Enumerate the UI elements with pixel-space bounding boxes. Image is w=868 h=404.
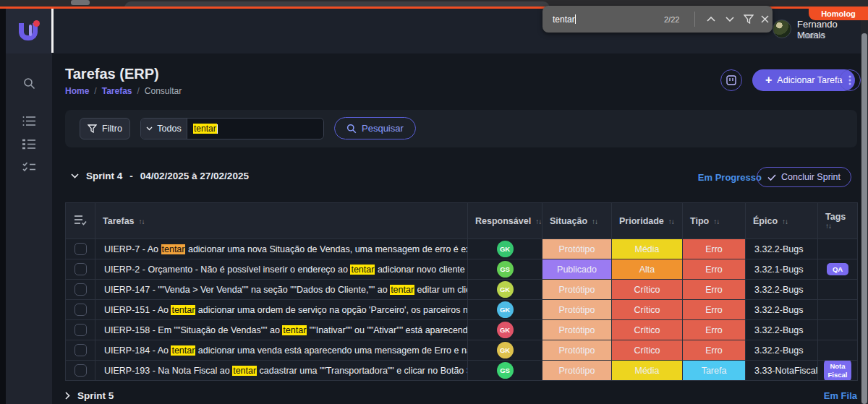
assignee-avatar: GS: [497, 261, 514, 278]
sort-icon: ↑↓: [782, 218, 788, 225]
sort-icon: ↑↓: [668, 218, 674, 225]
board-view-button[interactable]: [720, 69, 742, 91]
table-header-row: Tarefas↑↓ Responsável↑↓ Situação↑↓ Prior…: [66, 203, 858, 239]
table-row[interactable]: UIERP-7 - Ao tentar adicionar uma nova S…: [66, 239, 858, 259]
task-title[interactable]: UIERP-193 - Na Nota Fiscal ao tentar cad…: [95, 361, 468, 381]
next-sprint-toggle[interactable]: Sprint 5: [65, 390, 114, 401]
tag-badge: Nota Fiscal: [824, 361, 851, 381]
task-title[interactable]: UIERP-184 - Ao tentar adicionar uma vend…: [95, 340, 468, 361]
sprint-header: Sprint 4 - 04/02/2025 à 27/02/2025 Em Pr…: [65, 169, 857, 186]
row-checkbox[interactable]: [75, 263, 87, 275]
find-next-icon[interactable]: [722, 12, 738, 27]
search-icon[interactable]: [20, 74, 38, 92]
assignee-avatar: GK: [497, 322, 514, 338]
select-all-header[interactable]: [66, 203, 95, 239]
task-title[interactable]: UIERP-2 - Orçamento - Não é possível ins…: [95, 259, 468, 280]
user-avatar[interactable]: [773, 20, 791, 38]
header-tipo[interactable]: Tipo↑↓: [683, 203, 746, 239]
breadcrumb-tarefas[interactable]: Tarefas: [102, 86, 132, 96]
prioridade-cell[interactable]: Crítico: [612, 300, 683, 320]
sort-icon: ↑↓: [535, 218, 541, 225]
list-icon[interactable]: [20, 112, 38, 129]
task-title[interactable]: UIERP-151 - Ao tentar adicionar uma orde…: [95, 300, 468, 320]
search-button[interactable]: Pesquisar: [334, 117, 416, 139]
find-highlight: tentar: [282, 325, 307, 335]
task-title[interactable]: UIERP-158 - Em ""Situação de Vendas"" ao…: [95, 320, 468, 340]
scope-dropdown[interactable]: Todos: [141, 119, 187, 139]
row-checkbox[interactable]: [75, 243, 87, 255]
app-logo[interactable]: [17, 20, 41, 43]
find-highlight: tentar: [232, 366, 257, 376]
task-search-input[interactable]: tentar: [187, 119, 323, 139]
assignee-avatar: GK: [497, 241, 514, 257]
situacao-cell[interactable]: Publicado: [542, 259, 612, 280]
tipo-cell[interactable]: Erro: [683, 340, 746, 361]
situacao-cell[interactable]: Protótipo: [542, 320, 612, 340]
situacao-cell[interactable]: Protótipo: [542, 280, 612, 300]
table-row[interactable]: UIERP-193 - Na Nota Fiscal ao tentar cad…: [66, 361, 858, 381]
search-button-label: Pesquisar: [362, 123, 404, 134]
table-row[interactable]: UIERP-2 - Orçamento - Não é possível ins…: [66, 259, 858, 280]
ordered-list-icon[interactable]: [20, 135, 38, 152]
tipo-cell[interactable]: Erro: [683, 280, 746, 300]
find-input[interactable]: tentar: [553, 14, 576, 25]
tags-cell: [818, 280, 858, 300]
header-epico[interactable]: Épico↑↓: [746, 203, 818, 239]
situacao-cell[interactable]: Protótipo: [542, 300, 612, 320]
prioridade-cell[interactable]: Crítico: [612, 280, 683, 300]
row-checkbox[interactable]: [75, 324, 87, 336]
find-filter-icon[interactable]: [741, 12, 757, 27]
filter-button[interactable]: Filtro: [80, 118, 130, 139]
tipo-cell[interactable]: Tarefa: [683, 361, 746, 381]
header-tags[interactable]: Tags↑↓: [818, 203, 858, 239]
table-row[interactable]: UIERP-147 - ""Venda > Ver Venda"" na seç…: [66, 280, 858, 300]
checklist-icon[interactable]: [20, 158, 38, 176]
sort-icon: ↑↓: [713, 218, 719, 225]
header-prioridade[interactable]: Prioridade↑↓: [612, 203, 683, 239]
prioridade-cell[interactable]: Média: [612, 239, 683, 259]
conclude-sprint-button[interactable]: Concluir Sprint: [757, 167, 851, 187]
table-row[interactable]: UIERP-184 - Ao tentar adicionar uma vend…: [66, 340, 858, 361]
prioridade-cell[interactable]: Crítico: [612, 320, 683, 340]
header-tarefas[interactable]: Tarefas↑↓: [95, 203, 468, 239]
tags-cell: Nota Fiscal: [818, 361, 858, 381]
header-responsavel[interactable]: Responsável↑↓: [468, 203, 542, 239]
breadcrumb-home[interactable]: Home: [65, 86, 89, 96]
text-caret: [575, 14, 576, 24]
row-checkbox[interactable]: [75, 364, 87, 377]
find-close-icon[interactable]: [757, 12, 773, 27]
browser-find-bar[interactable]: tentar 2/22: [542, 6, 773, 33]
search-group: Todos tentar: [140, 118, 324, 139]
row-checkbox[interactable]: [75, 283, 87, 296]
assignee-avatar: GK: [497, 342, 514, 358]
next-sprint-name: Sprint 5: [77, 390, 114, 401]
table-row[interactable]: UIERP-158 - Em ""Situação de Vendas"" ao…: [66, 320, 858, 340]
row-checkbox[interactable]: [75, 304, 87, 316]
prioridade-cell[interactable]: Média: [612, 361, 683, 381]
situacao-cell[interactable]: Protótipo: [542, 239, 612, 259]
situacao-cell[interactable]: Protótipo: [542, 361, 612, 381]
sort-icon: ↑↓: [139, 218, 145, 225]
sprint-dates: 04/02/2025 à 27/02/2025: [140, 171, 249, 181]
row-checkbox[interactable]: [75, 344, 87, 356]
sprint-title[interactable]: Sprint 4 - 04/02/2025 à 27/02/2025: [71, 171, 249, 181]
tipo-cell[interactable]: Erro: [683, 239, 746, 259]
tags-cell: [818, 300, 858, 320]
tags-cell: [818, 340, 858, 361]
more-options-button[interactable]: [839, 69, 861, 91]
scrollbar-track[interactable]: [861, 9, 868, 404]
tipo-cell[interactable]: Erro: [683, 300, 746, 320]
tipo-cell[interactable]: Erro: [683, 259, 746, 280]
situacao-cell[interactable]: Protótipo: [542, 340, 612, 361]
task-title[interactable]: UIERP-7 - Ao tentar adicionar uma nova S…: [95, 239, 468, 259]
table-row[interactable]: UIERP-151 - Ao tentar adicionar uma orde…: [66, 300, 858, 320]
tipo-cell[interactable]: Erro: [683, 320, 746, 340]
chevron-right-icon: [65, 392, 70, 400]
find-previous-icon[interactable]: [703, 12, 719, 27]
prioridade-cell[interactable]: Alta: [612, 259, 683, 280]
prioridade-cell[interactable]: Crítico: [612, 340, 683, 361]
task-title[interactable]: UIERP-147 - ""Venda > Ver Venda"" na seç…: [95, 280, 468, 300]
header-situacao[interactable]: Situação↑↓: [542, 203, 612, 239]
scrollbar-thumb[interactable]: [861, 33, 867, 404]
breadcrumb: Home/Tarefas/Consultar: [65, 86, 182, 96]
